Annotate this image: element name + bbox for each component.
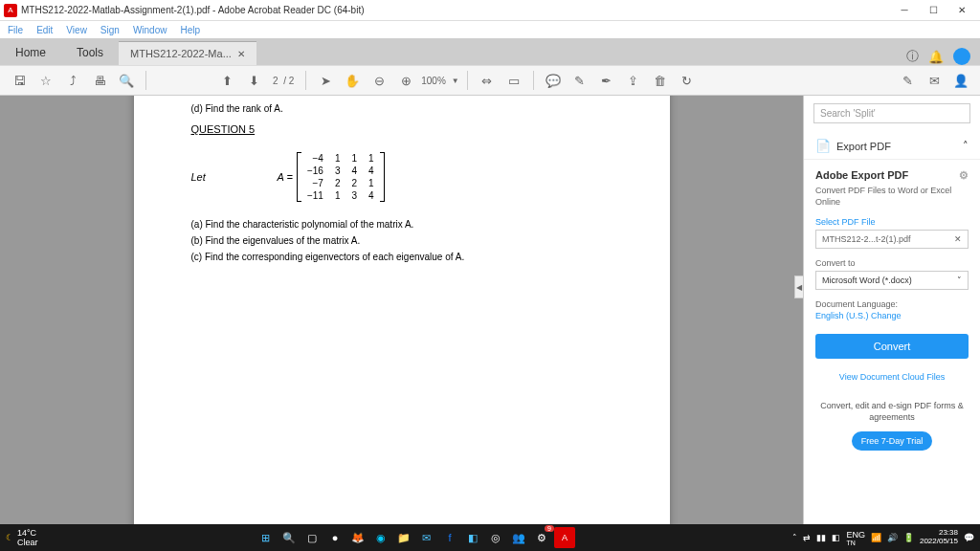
stamp-icon[interactable]: ⇪ xyxy=(622,69,645,92)
text-aeq: A = xyxy=(278,171,293,183)
maximize-button[interactable]: ☐ xyxy=(919,0,947,21)
tray-volume-icon[interactable]: 🔊 xyxy=(887,533,898,542)
taskbar-acrobat-icon[interactable]: A xyxy=(554,527,575,548)
menu-edit[interactable]: Edit xyxy=(36,25,53,35)
hand-icon[interactable]: ✋ xyxy=(341,69,364,92)
taskbar-taskview-icon[interactable]: ▢ xyxy=(301,527,323,548)
taskbar-edge-icon[interactable]: ◉ xyxy=(370,527,391,548)
chevron-down-icon: ˅ xyxy=(957,276,962,285)
panel-search-input[interactable]: Search 'Split' xyxy=(813,103,970,123)
menu-window[interactable]: Window xyxy=(133,25,167,35)
print-icon[interactable]: 🖶 xyxy=(88,69,111,92)
tray-chevron-icon[interactable]: ˄ xyxy=(792,533,797,542)
zoom-out-icon[interactable]: ⊖ xyxy=(368,69,390,92)
tray-clock[interactable]: 23:38 2022/05/15 xyxy=(920,529,958,546)
free-trial-button[interactable]: Free 7-Day Trial xyxy=(852,431,933,451)
weather-temp: 14°C xyxy=(17,528,38,538)
page-current[interactable]: 2 xyxy=(273,76,278,86)
tab-home[interactable]: Home xyxy=(0,40,61,65)
taskbar-start-icon[interactable]: ⊞ xyxy=(256,527,277,548)
selected-file-name: MTHS212-2...t-2(1).pdf xyxy=(822,234,911,244)
zoom-level[interactable]: 100% xyxy=(421,76,446,86)
clear-file-icon[interactable]: ✕ xyxy=(954,234,962,244)
tab-document[interactable]: MTHS212-2022-Ma... ✕ xyxy=(119,41,256,65)
taskbar: ☾ 14°C Clear ⊞ 🔍 ▢ ● 🦊 ◉ 📁 ✉ f ◧ ◎ 👥 ⚙ A… xyxy=(0,524,980,551)
tab-tools[interactable]: Tools xyxy=(61,40,119,65)
page-total: / 2 xyxy=(283,76,294,86)
menu-file[interactable]: File xyxy=(8,25,23,35)
minimize-button[interactable]: ─ xyxy=(890,0,919,21)
pdf-page: (d) Find the rank of A. QUESTION 5 Let A… xyxy=(134,96,670,524)
fit-page-icon[interactable]: ▭ xyxy=(502,69,525,92)
question-b: (b) Find the eigenvalues of the matrix A… xyxy=(191,233,612,249)
account-avatar[interactable] xyxy=(953,48,970,65)
convert-button[interactable]: Convert xyxy=(815,334,969,359)
text-let: Let xyxy=(191,171,278,183)
comment-icon[interactable]: 💬 xyxy=(542,69,565,92)
tray-power-icon[interactable]: 🔋 xyxy=(903,533,914,542)
export-pdf-header[interactable]: 📄 Export PDF ˄ xyxy=(804,133,980,160)
menu-view[interactable]: View xyxy=(66,25,87,35)
tray-icon-2[interactable]: ◧ xyxy=(832,533,840,542)
select-file-label: Select PDF File xyxy=(815,217,969,227)
panel-subtitle: Convert PDF Files to Word or Excel Onlin… xyxy=(815,186,969,208)
selected-file[interactable]: MTHS212-2...t-2(1).pdf ✕ xyxy=(815,230,969,249)
page-up-icon[interactable]: ⬆ xyxy=(215,69,238,92)
export-pdf-label: Export PDF xyxy=(836,141,891,152)
taskbar-app-2[interactable]: ◧ xyxy=(462,527,483,548)
notifications-icon[interactable]: 🔔 xyxy=(928,50,944,64)
tray-battery-icon[interactable]: ▮▮ xyxy=(816,533,826,542)
panel-title: Adobe Export PDF xyxy=(815,169,908,182)
promo-text: Convert, edit and e-sign PDF forms & agr… xyxy=(815,401,969,423)
star-icon[interactable]: ☆ xyxy=(34,69,57,92)
taskbar-explorer-icon[interactable]: 📁 xyxy=(393,527,414,548)
lang-label: Document Language: xyxy=(815,299,969,309)
highlight-icon[interactable]: ✎ xyxy=(568,69,591,92)
pointer-icon[interactable]: ➤ xyxy=(314,69,337,92)
sign-icon[interactable]: ✒ xyxy=(595,69,618,92)
close-button[interactable]: ✕ xyxy=(947,0,976,21)
upload-cloud-icon[interactable]: ⤴ xyxy=(61,69,84,92)
convert-format-value: Microsoft Word (*.docx) xyxy=(822,276,912,285)
chevron-up-icon: ˄ xyxy=(963,140,969,152)
taskbar-app-1[interactable]: ● xyxy=(324,527,345,548)
delete-icon[interactable]: 🗑 xyxy=(649,69,672,92)
taskbar-facebook-icon[interactable]: f xyxy=(439,527,460,548)
tray-language[interactable]: ENG TN xyxy=(846,530,865,546)
toolbar: 🖫 ☆ ⤴ 🖶 🔍 ⬆ ⬇ 2 / 2 ➤ ✋ ⊖ ⊕ 100% ▼ ⇔ ▭ 💬… xyxy=(0,65,980,96)
document-viewport[interactable]: (d) Find the rank of A. QUESTION 5 Let A… xyxy=(0,96,803,524)
taskbar-firefox-icon[interactable]: 🦊 xyxy=(347,527,368,548)
lang-value[interactable]: English (U.S.) Change xyxy=(815,311,969,320)
taskbar-teams-icon[interactable]: 👥 xyxy=(508,527,529,548)
nav-right-button[interactable]: ◀ xyxy=(794,276,804,298)
menu-sign[interactable]: Sign xyxy=(100,25,120,35)
convert-format-select[interactable]: Microsoft Word (*.docx) ˅ xyxy=(815,271,969,290)
zoom-dropdown-icon[interactable]: ▼ xyxy=(452,77,459,85)
taskbar-weather[interactable]: ☾ 14°C Clear xyxy=(6,528,38,547)
taskbar-mail-icon[interactable]: ✉ xyxy=(416,527,437,548)
edit-tool-icon[interactable]: ✎ xyxy=(896,69,919,92)
matrix-A: −4111−16344−7221−11134 xyxy=(297,152,385,202)
menu-help[interactable]: Help xyxy=(180,25,200,35)
panel-settings-icon[interactable]: ⚙ xyxy=(959,169,969,182)
share-email-icon[interactable]: ✉ xyxy=(923,69,946,92)
tray-wifi-icon[interactable]: 📶 xyxy=(871,533,881,542)
taskbar-search-icon[interactable]: 🔍 xyxy=(278,527,300,548)
taskbar-app-3[interactable]: ◎ xyxy=(485,527,506,548)
page-down-icon[interactable]: ⬇ xyxy=(242,69,265,92)
taskbar-settings-icon[interactable]: ⚙ xyxy=(531,527,552,548)
fit-width-icon[interactable]: ⇔ xyxy=(476,69,499,92)
save-icon[interactable]: 🖫 xyxy=(8,69,31,92)
document-cloud-link[interactable]: View Document Cloud Files xyxy=(815,372,969,382)
tray-icon-1[interactable]: ⇄ xyxy=(803,533,811,542)
convert-to-label: Convert to xyxy=(815,258,969,268)
refresh-icon[interactable]: ↻ xyxy=(676,69,699,92)
help-icon[interactable]: ⓘ xyxy=(906,48,919,65)
tools-panel: Search 'Split' 📄 Export PDF ˄ Adobe Expo… xyxy=(803,96,980,524)
question-c: (c) Find the corresponding eigenvectors … xyxy=(191,250,612,265)
search-icon[interactable]: 🔍 xyxy=(115,69,138,92)
more-tools-icon[interactable]: 👤 xyxy=(949,69,972,92)
tray-notif-icon[interactable]: 💬 xyxy=(964,533,974,542)
tab-close-icon[interactable]: ✕ xyxy=(237,49,245,59)
zoom-in-icon[interactable]: ⊕ xyxy=(394,69,417,92)
